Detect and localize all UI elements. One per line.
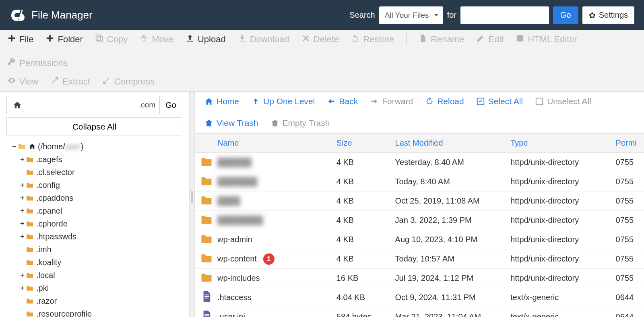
table-row[interactable]: wp-admin 4 KB Aug 10, 2023, 4:10 PM http… xyxy=(195,230,644,249)
search-input[interactable] xyxy=(460,6,549,24)
tree-toggle[interactable]: + xyxy=(19,194,26,202)
file-type: httpd/unix-directory xyxy=(506,191,611,211)
tree-item[interactable]: .resourceprofile xyxy=(6,307,182,317)
sidebar-home-button[interactable] xyxy=(6,96,28,114)
nav-view-trash-label: View Trash xyxy=(217,118,258,128)
collapse-all-button[interactable]: Collapse All xyxy=(6,117,182,136)
nav-reload[interactable]: Reload xyxy=(425,97,464,106)
tree-toggle[interactable]: + xyxy=(19,220,26,228)
table-row[interactable]: ████████ 4 KB Jan 3, 2022, 1:39 PM httpd… xyxy=(195,211,644,230)
tree-toggle[interactable]: + xyxy=(19,155,26,163)
file-type: text/x-generic xyxy=(506,307,611,317)
plus-icon xyxy=(7,34,16,45)
file-perm: 0755 xyxy=(612,153,644,172)
nav-view-trash[interactable]: View Trash xyxy=(204,118,258,128)
tree-item-label: .htpasswds xyxy=(36,232,76,241)
nav-up[interactable]: Up One Level xyxy=(251,97,315,106)
tree-item[interactable]: + .cpaddons xyxy=(6,191,182,204)
pencil-icon xyxy=(476,34,485,45)
col-type[interactable]: Type xyxy=(506,134,611,153)
folder-icon xyxy=(26,208,35,214)
col-modified[interactable]: Last Modified xyxy=(391,134,507,153)
tree-item-label: .cphorde xyxy=(36,219,68,228)
toolbar-extract-label: Extract xyxy=(62,76,90,87)
tree-item[interactable]: + .cagefs xyxy=(6,153,182,166)
tree-toggle[interactable]: + xyxy=(19,271,26,279)
folder-icon xyxy=(26,233,35,240)
settings-button[interactable]: ✿ Settings xyxy=(582,6,634,24)
folder-open-icon xyxy=(18,143,27,150)
tree-toggle[interactable]: + xyxy=(19,181,26,189)
tree-item[interactable]: .koality xyxy=(6,256,182,269)
tree-item-label: .pki xyxy=(36,284,49,293)
toolbar-download-label: Download xyxy=(250,34,289,45)
table-row[interactable]: .user.ini 584 bytes Mar 21, 2023, 11:04 … xyxy=(195,307,644,317)
toolbar-permissions-label: Permissions xyxy=(19,58,68,68)
file-modified: Mar 21, 2023, 11:04 AM xyxy=(391,307,507,317)
home-icon xyxy=(13,101,22,109)
path-row: Go xyxy=(6,96,182,114)
nav-forward-label: Forward xyxy=(382,97,413,106)
folder-icon xyxy=(200,214,213,226)
cpanel-logo-icon xyxy=(10,8,26,23)
tree-toggle[interactable]: – xyxy=(10,142,18,150)
file-icon xyxy=(419,34,427,45)
toolbar-folder[interactable]: Folder xyxy=(45,34,83,45)
toolbar-file[interactable]: File xyxy=(7,34,33,45)
table-row[interactable]: ███████ 4 KB Today, 8:40 AM httpd/unix-d… xyxy=(195,172,644,191)
svg-rect-7 xyxy=(204,314,209,315)
square-icon xyxy=(535,97,544,106)
toolbar-delete-label: Delete xyxy=(314,34,339,45)
tree-item-label: .razor xyxy=(36,296,57,306)
folder-icon xyxy=(26,156,35,163)
tree-item[interactable]: + .local xyxy=(6,269,182,282)
tree-item[interactable]: + .pki xyxy=(6,282,182,294)
toolbar-compress: Compress xyxy=(102,76,155,87)
tree-root[interactable]: – (/home/ user ) xyxy=(6,140,182,153)
tree-item[interactable]: .cl.selector xyxy=(6,166,182,179)
nav-back[interactable]: Back xyxy=(327,97,358,106)
col-name[interactable]: Name xyxy=(195,134,332,153)
table-row[interactable]: wp-includes 16 KB Jul 19, 2024, 1:12 PM … xyxy=(195,269,644,288)
table-row[interactable]: .htaccess 4.04 KB Oct 9, 2024, 11:31 PM … xyxy=(195,288,644,307)
nav-unselect-all-label: Unselect All xyxy=(547,97,591,106)
tree-toggle[interactable]: + xyxy=(19,233,26,241)
table-row[interactable]: ████ 4 KB Oct 25, 2019, 11:08 AM httpd/u… xyxy=(195,191,644,211)
folder-icon xyxy=(200,253,213,265)
nav-select-all[interactable]: Select All xyxy=(476,97,523,106)
folder-icon xyxy=(200,195,213,207)
path-go-button[interactable]: Go xyxy=(160,96,182,114)
tree-item[interactable]: + .htpasswds xyxy=(6,230,182,243)
file-name: ███████ xyxy=(217,177,257,186)
toolbar-move: Move xyxy=(140,34,173,45)
toolbar-move-label: Move xyxy=(152,34,173,45)
table-row[interactable]: wp-content1 4 KB Today, 10:57 AM httpd/u… xyxy=(195,249,644,269)
plus-icon xyxy=(45,34,54,45)
search-scope-select[interactable]: All Your Files xyxy=(379,6,443,24)
tree-item[interactable]: + .cpanel xyxy=(6,204,182,217)
splitter[interactable] xyxy=(189,92,195,317)
file-perm: 0755 xyxy=(612,230,644,249)
table-row[interactable]: ██████ 4 KB Yesterday, 8:40 AM httpd/uni… xyxy=(195,153,644,172)
nav-home[interactable]: Home xyxy=(204,97,239,106)
tree-item[interactable]: + .config xyxy=(6,179,182,191)
svg-rect-1 xyxy=(98,36,102,42)
folder-icon xyxy=(200,272,213,284)
gear-icon: ✿ xyxy=(589,10,596,20)
compress-icon xyxy=(102,76,111,87)
tree-item[interactable]: .razor xyxy=(6,294,182,307)
file-name: .htaccess xyxy=(217,293,251,302)
tree-item-label: .local xyxy=(36,271,55,280)
file-table-wrap[interactable]: Name Size Last Modified Type Permi █████… xyxy=(195,133,644,317)
search-go-button[interactable]: Go xyxy=(553,6,578,24)
path-input[interactable] xyxy=(28,96,160,114)
tree-item[interactable]: + .cphorde xyxy=(6,217,182,230)
tree-toggle[interactable]: + xyxy=(19,207,26,215)
tree-item[interactable]: .imh xyxy=(6,243,182,256)
toolbar-copy: Copy xyxy=(95,34,128,45)
file-type: httpd/unix-directory xyxy=(506,230,611,249)
col-perm[interactable]: Permi xyxy=(612,134,644,153)
col-size[interactable]: Size xyxy=(332,134,391,153)
toolbar-upload[interactable]: Upload xyxy=(186,34,226,45)
tree-toggle[interactable]: + xyxy=(19,284,26,292)
